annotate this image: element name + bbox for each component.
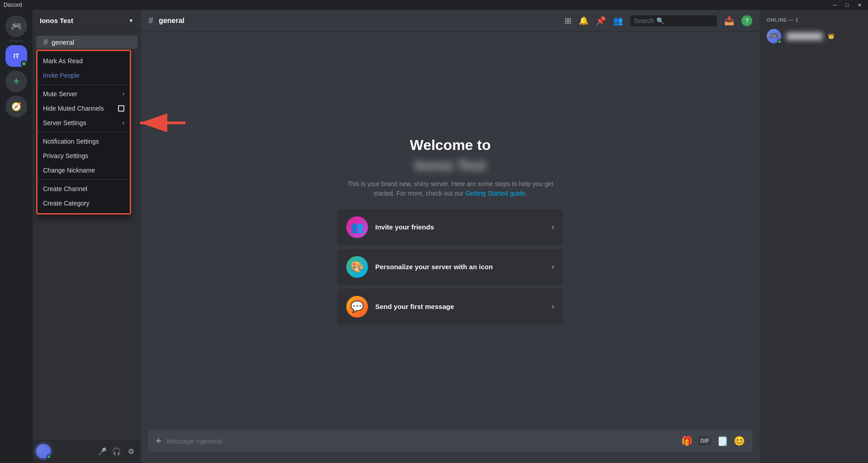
- channel-item-general[interactable]: # general: [36, 36, 137, 49]
- member-name-label: ████████: [787, 33, 822, 40]
- add-server-button[interactable]: +: [5, 70, 27, 92]
- server-label: IT: [14, 52, 19, 60]
- first-message-label: Send your first message: [375, 303, 544, 310]
- hide-muted-checkbox[interactable]: [118, 105, 124, 112]
- message-attach-button[interactable]: +: [156, 430, 161, 452]
- server-list-divider: [9, 41, 24, 42]
- change-nickname-label: Change Nickname: [43, 167, 95, 174]
- welcome-container: Welcome to Ionos Test This is your brand…: [337, 137, 563, 325]
- chevron-down-icon: ▼: [128, 18, 134, 24]
- menu-separator-2: [38, 132, 130, 132]
- personalize-card[interactable]: 🎨 Personalize your server with an icon ›: [337, 249, 563, 285]
- channel-name-label: general: [52, 38, 74, 46]
- pin-icon[interactable]: 📌: [596, 16, 606, 26]
- invite-friends-label: Invite your friends: [375, 223, 544, 231]
- welcome-subtitle: This is your brand new, shiny server. He…: [337, 179, 563, 198]
- menu-separator-1: [38, 84, 130, 85]
- server-icon-ionos-test[interactable]: IT: [5, 45, 27, 67]
- main-layout: Ionos Test ▼ Mark As Read Invite People …: [33, 10, 868, 463]
- submenu-arrow-icon-2: ›: [123, 120, 124, 126]
- channel-header-name: general: [159, 17, 184, 25]
- channel-header-hash-icon: #: [148, 15, 153, 26]
- menu-item-change-nickname[interactable]: Change Nickname: [38, 163, 130, 178]
- menu-item-create-category[interactable]: Create Category: [38, 196, 130, 210]
- member-avatar: 🎮: [767, 29, 781, 43]
- app-container: 🎮 IT + 🧭 Ionos Test ▼ Mark As Read: [0, 10, 868, 463]
- channel-hash-icon: #: [43, 37, 48, 47]
- search-placeholder: Search: [634, 17, 654, 24]
- invite-friends-card[interactable]: 👥 Invite your friends ›: [337, 209, 563, 245]
- chat-area: # general ⊞ 🔔 📌 👥 Search 🔍 📥 ?: [141, 10, 760, 463]
- app-title: Discord: [4, 2, 22, 8]
- getting-started-link[interactable]: Getting Started guide: [465, 190, 525, 197]
- member-online-status: [777, 39, 782, 44]
- user-avatar-button[interactable]: [36, 444, 51, 458]
- gif-button[interactable]: GIF: [698, 436, 712, 445]
- message-toolbar-icons: 🎁 GIF 🗒️ 😊: [681, 435, 745, 446]
- user-control-icons: 🎤 🎧 ⚙: [96, 445, 137, 458]
- settings-gear-icon: ⚙: [128, 447, 134, 456]
- sticker-icon[interactable]: 🗒️: [717, 435, 728, 446]
- emoji-icon[interactable]: 😊: [734, 435, 745, 446]
- menu-item-invite-people[interactable]: Invite People: [38, 68, 130, 83]
- user-controls: 🎤 🎧 ⚙: [33, 440, 141, 463]
- inbox-icon[interactable]: 📥: [724, 16, 734, 26]
- personalize-label: Personalize your server with an icon: [375, 263, 544, 271]
- menu-item-mark-as-read[interactable]: Mark As Read: [38, 54, 130, 68]
- create-category-label: Create Category: [43, 200, 90, 207]
- add-server-icon: +: [13, 75, 19, 88]
- menu-item-hide-muted[interactable]: Hide Muted Channels: [38, 101, 130, 116]
- members-list-icon[interactable]: 👥: [613, 16, 623, 26]
- header-toolbar: ⊞ 🔔 📌 👥 Search 🔍 📥 ?: [565, 15, 752, 26]
- message-input-box: + 🎁 GIF 🗒️ 😊: [148, 430, 752, 452]
- microphone-icon: 🎤: [98, 447, 107, 456]
- user-settings-button[interactable]: ⚙: [125, 445, 137, 458]
- invite-people-label: Invite People: [43, 72, 80, 79]
- personalize-icon: 🎨: [346, 256, 368, 278]
- menu-item-mute-server[interactable]: Mute Server ›: [38, 87, 130, 101]
- title-bar: Discord ─ □ ✕: [0, 0, 868, 10]
- maximize-button[interactable]: □: [843, 1, 851, 9]
- create-channel-label: Create Channel: [43, 185, 87, 192]
- members-list: ONLINE — 1 🎮 ████████ 👑: [760, 10, 868, 463]
- gift-icon[interactable]: 🎁: [681, 435, 693, 446]
- context-menu: Mark As Read Invite People Mute Server ›…: [36, 50, 131, 215]
- search-box[interactable]: Search 🔍: [630, 15, 717, 26]
- menu-item-notification-settings[interactable]: Notification Settings: [38, 134, 130, 149]
- headphones-icon: 🎧: [112, 447, 121, 456]
- threads-icon[interactable]: ⊞: [565, 16, 571, 26]
- search-icon: 🔍: [656, 17, 664, 24]
- invite-friends-icon: 👥: [346, 216, 368, 238]
- user-status-dot: [47, 454, 51, 459]
- channel-sidebar: Ionos Test ▼ Mark As Read Invite People …: [33, 10, 141, 463]
- menu-item-server-settings[interactable]: Server Settings ›: [38, 116, 130, 130]
- notification-settings-label: Notification Settings: [43, 138, 99, 145]
- server-header[interactable]: Ionos Test ▼: [33, 10, 141, 32]
- message-input-area: + 🎁 GIF 🗒️ 😊: [141, 430, 760, 463]
- minimize-button[interactable]: ─: [830, 1, 840, 9]
- discord-home-button[interactable]: 🎮: [5, 15, 27, 37]
- message-input-field[interactable]: [167, 432, 676, 450]
- close-button[interactable]: ✕: [855, 1, 864, 9]
- first-message-arrow-icon: ›: [552, 302, 554, 311]
- help-icon[interactable]: ?: [741, 15, 752, 26]
- explore-servers-button[interactable]: 🧭: [5, 96, 27, 117]
- personalize-arrow-icon: ›: [552, 262, 554, 271]
- microphone-button[interactable]: 🎤: [96, 445, 108, 458]
- mark-as-read-label: Mark As Read: [43, 57, 83, 65]
- members-list-header: ONLINE — 1: [763, 17, 864, 23]
- action-cards: 👥 Invite your friends › 🎨 Personalize yo…: [337, 209, 563, 325]
- invite-arrow-icon: ›: [552, 222, 554, 232]
- chat-content: Welcome to Ionos Test This is your brand…: [141, 32, 760, 430]
- member-list-item[interactable]: 🎮 ████████ 👑: [763, 26, 864, 46]
- headphones-button[interactable]: 🎧: [110, 445, 123, 458]
- discord-logo-icon: 🎮: [11, 21, 22, 32]
- privacy-settings-label: Privacy Settings: [43, 152, 88, 159]
- notification-bell-icon[interactable]: 🔔: [579, 16, 589, 26]
- server-list: 🎮 IT + 🧭: [0, 10, 33, 463]
- first-message-card[interactable]: 💬 Send your first message ›: [337, 289, 563, 325]
- menu-item-privacy-settings[interactable]: Privacy Settings: [38, 149, 130, 163]
- menu-item-create-channel[interactable]: Create Channel: [38, 182, 130, 196]
- window-controls: ─ □ ✕: [830, 1, 864, 9]
- chat-header: # general ⊞ 🔔 📌 👥 Search 🔍 📥 ?: [141, 10, 760, 32]
